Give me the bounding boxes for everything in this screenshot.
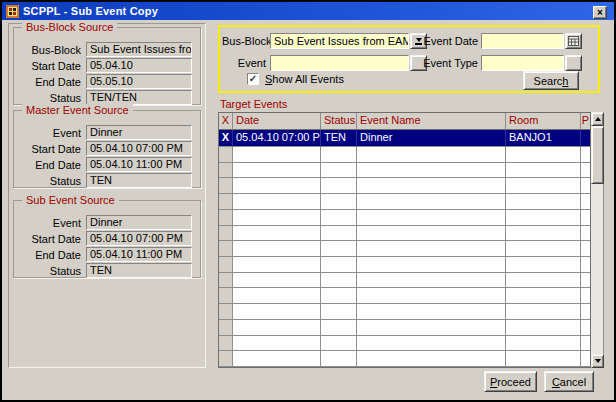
table-cell-empty (321, 257, 357, 273)
calendar-button[interactable] (565, 33, 582, 49)
title-bar[interactable]: SCPPL - Sub Event Copy × (2, 2, 614, 20)
table-cell-empty (233, 351, 321, 367)
column-header-event-name: Event Name (357, 113, 506, 130)
event-input[interactable] (270, 55, 409, 71)
table-cell-empty (321, 178, 357, 194)
table-cell-empty (357, 226, 506, 242)
event-date-label: Event Date (416, 35, 478, 48)
scroll-up-button[interactable] (591, 112, 604, 126)
table-cell-empty (321, 304, 357, 320)
group-sub-event-source: Sub Event Source Event Dinner Start Date… (13, 200, 201, 278)
table-cell-empty (581, 351, 590, 367)
table-cell-empty (219, 210, 233, 226)
field-label: Event (14, 127, 86, 139)
search-button[interactable]: Search (523, 71, 579, 90)
arrow-down-icon (595, 359, 601, 363)
master-event-field: Dinner (86, 125, 192, 140)
table-cell-empty (321, 147, 357, 163)
sub-end-date-field: 05.04.10 11:00 PM (86, 247, 192, 262)
table-cell-empty (506, 273, 581, 289)
table-cell-empty (219, 194, 233, 210)
table-header-row: X Date Status Event Name Room P (219, 113, 590, 130)
table-cell-empty (321, 210, 357, 226)
table-cell-empty (219, 147, 233, 163)
table-cell-empty (219, 351, 233, 367)
cancel-button[interactable]: Cancel (544, 371, 594, 392)
table-cell-empty (506, 257, 581, 273)
table-cell-empty (581, 163, 590, 179)
field-label: Start Date (14, 60, 86, 72)
master-end-date-field: 05.04.10 11:00 PM (86, 157, 192, 172)
table-vertical-scrollbar[interactable] (591, 112, 604, 368)
table-cell-empty (219, 241, 233, 257)
field-label: Status (14, 92, 86, 104)
table-cell-empty (233, 210, 321, 226)
table-cell-empty (581, 147, 590, 163)
close-icon[interactable]: × (593, 6, 607, 19)
table-cell-empty (506, 226, 581, 242)
group-title: Master Event Source (22, 104, 133, 116)
table-cell-empty (357, 320, 506, 336)
table-row-selected[interactable]: X 05.04.10 07:00 PM TEN Dinner BANJO1 (219, 130, 590, 147)
table-cell-empty (506, 147, 581, 163)
table-cell-x: X (219, 130, 233, 147)
table-cell-empty (357, 336, 506, 352)
table-cell-empty (581, 210, 590, 226)
event-type-lov-button[interactable] (565, 55, 582, 71)
table-cell-empty (321, 226, 357, 242)
target-events-title: Target Events (220, 98, 287, 110)
sub-event-copy-window: SCPPL - Sub Event Copy × Bus-Block Sourc… (0, 0, 616, 402)
table-cell-empty (233, 336, 321, 352)
field-label: Event (14, 217, 86, 229)
table-cell-empty (506, 351, 581, 367)
table-row-empty (219, 241, 590, 257)
proceed-button[interactable]: Proceed (484, 371, 537, 392)
table-cell-empty (581, 336, 590, 352)
table-cell-empty (219, 226, 233, 242)
field-label: End Date (14, 76, 86, 88)
arrow-up-icon (595, 117, 601, 121)
table-cell-empty (506, 336, 581, 352)
table-row-empty (219, 147, 590, 163)
event-type-input[interactable] (481, 55, 564, 71)
sub-event-field: Dinner (86, 215, 192, 230)
table-row-empty (219, 288, 590, 304)
column-header-date: Date (233, 113, 321, 130)
show-all-events-checkbox[interactable]: ✓ (247, 73, 259, 85)
table-cell-empty (357, 273, 506, 289)
column-header-x: X (219, 113, 233, 130)
bus-block-input[interactable]: Sub Event Issues from EAME (270, 33, 409, 49)
group-title: Bus-Block Source (22, 21, 117, 33)
table-cell-empty (581, 226, 590, 242)
table-cell-empty (357, 194, 506, 210)
sub-status-field: TEN (86, 263, 192, 278)
event-date-input[interactable] (481, 33, 564, 49)
field-label: Start Date (14, 143, 86, 155)
table-cell-empty (357, 147, 506, 163)
calendar-icon (568, 36, 579, 46)
table-row-empty (219, 336, 590, 352)
table-row-empty (219, 178, 590, 194)
end-date-source-field: 05.05.10 (86, 74, 192, 89)
table-row-empty (219, 351, 590, 367)
table-cell-empty (357, 351, 506, 367)
table-cell-empty (233, 288, 321, 304)
table-cell-empty (506, 194, 581, 210)
table-cell-empty (233, 304, 321, 320)
table-cell-empty (233, 226, 321, 242)
table-cell-empty (357, 178, 506, 194)
status-source-field: TEN/TEN (86, 90, 192, 105)
table-cell-empty (506, 304, 581, 320)
group-master-event-source: Master Event Source Event Dinner Start D… (13, 110, 201, 188)
table-cell-empty (357, 210, 506, 226)
source-panel: Bus-Block Source Bus-Block Sub Event Iss… (8, 23, 206, 368)
table-cell-event-name: Dinner (357, 130, 506, 147)
sub-start-date-field: 05.04.10 07:00 PM (86, 231, 192, 246)
table-cell-empty (233, 147, 321, 163)
app-icon (6, 5, 19, 18)
table-cell-empty (357, 304, 506, 320)
table-cell-empty (321, 288, 357, 304)
scroll-down-button[interactable] (591, 354, 604, 368)
scrollbar-thumb[interactable] (591, 126, 604, 184)
window-title: SCPPL - Sub Event Copy (23, 5, 158, 17)
